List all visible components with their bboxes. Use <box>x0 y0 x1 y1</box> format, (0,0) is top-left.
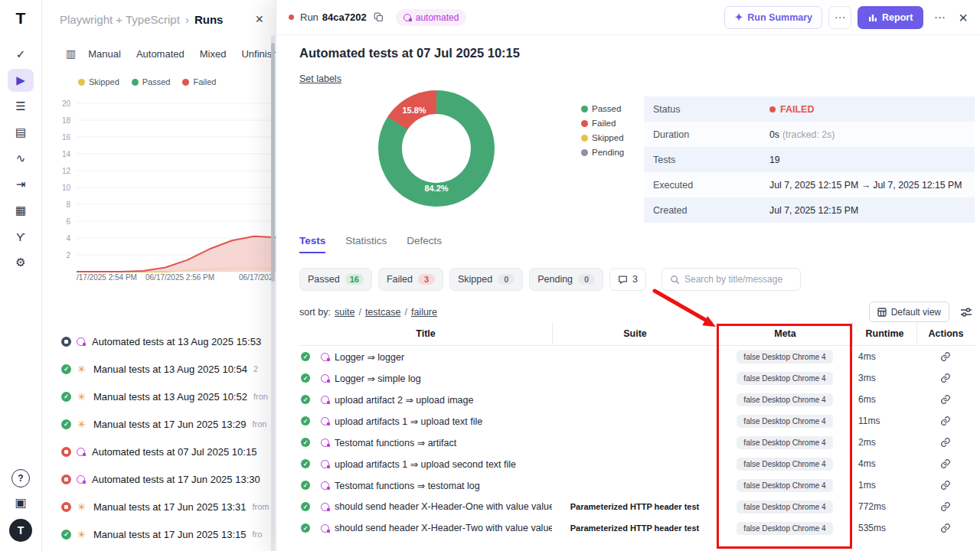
sidebar-item-cases[interactable]: ▤ <box>8 121 34 144</box>
default-view-button[interactable]: Default view <box>869 302 949 322</box>
chart-edit-icon[interactable]: ▥ <box>66 47 76 60</box>
run-list-item[interactable]: Manual tests at 17 Jun 2025 13:31 from <box>43 493 276 520</box>
projects-icon[interactable]: ▣ <box>15 495 26 510</box>
sort-by-suite-link[interactable]: suite <box>335 307 354 318</box>
report-button[interactable]: Report <box>858 6 923 29</box>
check-icon: ✓ <box>16 47 26 61</box>
avatar[interactable]: T <box>9 519 32 542</box>
run-list-item-selected[interactable]: Automated tests at 07 Jul 2025 10:15 <box>43 438 276 465</box>
automated-badge[interactable]: automated <box>396 9 467 26</box>
filter-passed[interactable]: Passed16 <box>299 268 372 291</box>
donut-legend: Passed Failed Skipped Pending <box>581 104 624 162</box>
run-status-icon <box>61 530 71 540</box>
gear-icon: ⚙ <box>15 256 25 269</box>
view-settings-icon[interactable] <box>960 307 972 318</box>
link-icon[interactable] <box>916 480 975 491</box>
svg-text:12: 12 <box>62 167 71 175</box>
sidebar-item-tests[interactable]: ✓ <box>8 43 34 66</box>
table-row[interactable]: upload artifact 2 ⇒ upload image false D… <box>299 389 975 410</box>
col-title[interactable]: Title <box>299 322 552 345</box>
testomat-q-icon <box>403 14 411 21</box>
table-row[interactable]: Logger ⇒ logger false Desktop Chrome 4 4… <box>299 346 975 367</box>
set-labels-link[interactable]: Set labels <box>299 73 341 84</box>
tab-automated[interactable]: Automated <box>136 48 185 60</box>
filter-pending[interactable]: Pending0 <box>529 268 603 291</box>
app-logo[interactable]: T <box>16 9 26 28</box>
run-list-item[interactable]: Manual tests at 13 Aug 2025 10:54 2 <box>43 355 276 383</box>
passed-icon <box>301 352 310 361</box>
run-summary-button[interactable]: ✦ Run Summary <box>724 6 822 29</box>
link-icon[interactable] <box>916 523 975 533</box>
sidebar-item-plans[interactable]: ☰ <box>8 95 34 118</box>
tab-manual[interactable]: Manual <box>88 48 121 60</box>
scrollbar-thumb[interactable] <box>271 43 275 282</box>
panel-close-icon[interactable]: × <box>250 11 268 28</box>
chart-x-axis: /17/2025 2:54 PM 06/17/2025 2:56 PM 06/1… <box>43 273 276 284</box>
run-list-item[interactable]: Manual tests at 13 Aug 2025 10:52 fron <box>43 383 276 410</box>
more-options-button[interactable]: ⋯ <box>929 6 949 29</box>
run-detail-topbar: Run 84ca7202 automated ✦ Run Summary ⋯ R… <box>276 0 980 35</box>
test-title: Testomat functions ⇒ testomat log <box>335 480 480 491</box>
meta-tag: false Desktop Chrome 4 <box>737 522 832 535</box>
svg-text:14: 14 <box>62 150 71 158</box>
sidebar-item-import[interactable]: ⇥ <box>8 173 34 196</box>
table-row[interactable]: Testomat functions ⇒ testomat log false … <box>299 474 975 496</box>
run-title: Automated tests at 13 Aug 2025 15:53 <box>92 336 261 347</box>
table-row[interactable]: upload artifacts 1 ⇒ upload second text … <box>299 453 975 474</box>
run-list-item[interactable]: Automated tests at 17 Jun 2025 13:30 <box>43 465 276 493</box>
tab-mixed[interactable]: Mixed <box>200 48 227 60</box>
search-input[interactable] <box>684 274 790 285</box>
summary-more-button[interactable]: ⋯ <box>828 6 851 29</box>
breadcrumb-project[interactable]: Playwright + TypeScript <box>60 13 180 26</box>
close-run-icon[interactable]: × <box>959 10 968 25</box>
run-list-item[interactable]: Manual tests at 17 Jun 2025 13:29 fron <box>43 410 276 438</box>
col-meta[interactable]: Meta <box>717 322 852 345</box>
test-title: should send header X-Header-Two with val… <box>335 523 552 533</box>
sort-by-failure-link[interactable]: failure <box>411 307 437 318</box>
link-icon[interactable] <box>916 501 975 512</box>
bar-chart-icon <box>868 13 877 22</box>
sidebar-item-runs[interactable]: ▶ <box>8 69 34 92</box>
legend-skipped: Skipped <box>78 77 119 86</box>
passed-dot-icon <box>132 79 139 86</box>
meta-tag: false Desktop Chrome 4 <box>737 415 832 428</box>
filter-comments[interactable]: 3 <box>609 268 646 291</box>
meta-tag: false Desktop Chrome 4 <box>737 393 832 406</box>
play-icon: ▶ <box>16 73 25 87</box>
table-row[interactable]: should send header X-Header-One with val… <box>299 496 975 517</box>
link-icon[interactable] <box>916 394 975 405</box>
link-icon[interactable] <box>916 351 975 362</box>
sidebar-item-analytics[interactable]: ▦ <box>8 199 34 222</box>
table-row[interactable]: upload artifacts 1 ⇒ upload text file fa… <box>299 410 975 432</box>
help-button[interactable]: ? <box>11 469 30 487</box>
test-title: Logger ⇒ logger <box>335 351 404 363</box>
table-row[interactable]: Logger ⇒ simple log false Desktop Chrome… <box>299 367 975 389</box>
filter-skipped[interactable]: Skipped0 <box>449 268 523 291</box>
run-list-item[interactable]: Manual tests at 17 Jun 2025 13:15 fro <box>43 520 276 548</box>
sidebar-item-branches[interactable]: ϒ <box>8 225 34 248</box>
x-tick: 06/17/202 <box>239 273 273 282</box>
link-icon[interactable] <box>916 458 975 469</box>
tab-defects[interactable]: Defects <box>407 235 442 253</box>
table-row[interactable]: should send header X-Header-Two with val… <box>299 517 975 539</box>
tab-tests[interactable]: Tests <box>299 235 325 253</box>
meta-tag: false Desktop Chrome 4 <box>737 458 832 471</box>
sidebar-item-settings[interactable]: ⚙ <box>8 251 34 274</box>
run-trailing-text: fro <box>252 530 262 539</box>
col-runtime[interactable]: Runtime <box>852 322 916 345</box>
info-row-created: Created Jul 7, 2025 12:15 PM <box>644 197 975 223</box>
tab-statistics[interactable]: Statistics <box>345 235 387 253</box>
sort-by-testcase-link[interactable]: testcase <box>365 307 401 318</box>
col-suite[interactable]: Suite <box>552 322 717 345</box>
link-icon[interactable] <box>916 373 975 383</box>
filter-failed[interactable]: Failed3 <box>378 268 443 291</box>
copy-icon[interactable] <box>374 12 384 22</box>
run-list-item[interactable]: Automated tests at 13 Aug 2025 15:53 <box>43 328 276 355</box>
link-icon[interactable] <box>916 416 975 426</box>
sidebar-item-pulse[interactable]: ∿ <box>8 147 34 170</box>
link-icon[interactable] <box>916 437 975 448</box>
table-row[interactable]: Testomat functions ⇒ artifact false Desk… <box>299 432 975 453</box>
donut-chart: 15.8% 84.2% <box>378 90 495 207</box>
col-actions[interactable]: Actions <box>916 322 975 345</box>
run-kind-icon <box>77 337 85 346</box>
